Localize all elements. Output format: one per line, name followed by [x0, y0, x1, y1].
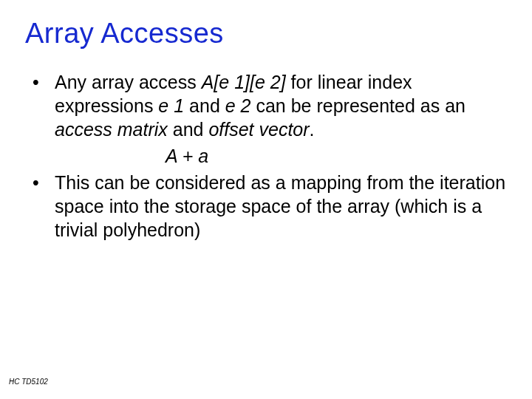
text-fragment: and: [168, 119, 209, 140]
slide-title: Array Accesses: [25, 18, 507, 50]
bullet-text-1: Any array access A[e 1][e 2] for linear …: [55, 70, 507, 141]
term-offset-vector: offset vector: [208, 119, 309, 140]
text-fragment: can be represented as an: [251, 95, 466, 116]
bullet-text-2: This can be considered as a mapping from…: [55, 171, 507, 242]
array-expression: A[e 1][e 2]: [202, 72, 286, 92]
slide-footer: HC TD5102: [9, 378, 48, 386]
term-access-matrix: access matrix: [55, 119, 168, 140]
index-e2: e 2: [225, 95, 251, 116]
index-e1: e 1: [158, 95, 184, 116]
text-fragment: .: [310, 119, 315, 140]
bullet-item-2: • This can be considered as a mapping fr…: [33, 171, 507, 242]
bullet-dot-icon: •: [33, 70, 55, 141]
text-fragment: Any array access: [55, 72, 202, 92]
text-fragment: and: [184, 95, 225, 116]
bullet-item-1: • Any array access A[e 1][e 2] for linea…: [33, 70, 507, 141]
bullet-dot-icon: •: [33, 171, 55, 242]
formula-line: A + a: [33, 144, 507, 168]
slide: Array Accesses • Any array access A[e 1]…: [0, 0, 532, 399]
slide-body: • Any array access A[e 1][e 2] for linea…: [25, 70, 507, 242]
